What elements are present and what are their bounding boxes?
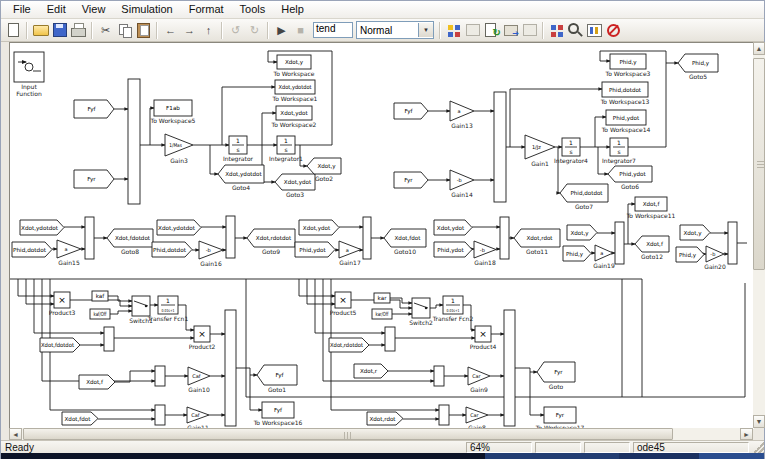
block-goto11[interactable]: Xdot,rdotGoto11 (514, 229, 560, 255)
block-input-function[interactable]: InputFunction (14, 52, 44, 97)
block-gain15[interactable]: aGain15 (57, 240, 81, 266)
block-gain11[interactable]: CafGain11 (187, 407, 209, 429)
block-mux-g2[interactable] (226, 216, 235, 258)
block-tf2[interactable]: 10.01s+1Transfer Fcn2 (432, 296, 474, 322)
block-ws-xdot-f[interactable]: Xdot,fTo Workspace11 (626, 197, 676, 220)
block-integrator7[interactable]: 1sIntegrator7 (602, 138, 636, 165)
block-gain13[interactable]: aGain13 (450, 101, 474, 129)
simulink-debugger-icon[interactable] (547, 21, 566, 39)
block-mux-l4[interactable] (225, 310, 236, 426)
block-from-xfd[interactable]: Xdot,fdot (62, 412, 98, 425)
block-gain9[interactable]: CarGain9 (468, 367, 490, 393)
block-gain3[interactable]: 1/MasGain3 (165, 134, 193, 164)
navigate-forward-icon[interactable]: → (180, 21, 199, 39)
signal-wire[interactable] (236, 368, 257, 375)
signal-wire[interactable] (390, 298, 412, 303)
block-mux-r4[interactable] (504, 310, 515, 426)
vertical-scrollbar[interactable]: ▲ ▼ (753, 42, 765, 428)
scroll-down-button[interactable]: ▼ (753, 415, 765, 428)
signal-wire[interactable] (210, 145, 218, 174)
block-goto3[interactable]: Xdot,ydotGoto3 (275, 174, 315, 198)
block-goto5[interactable]: Phid,yGoto5 (678, 54, 718, 80)
paste-icon[interactable] (134, 21, 153, 39)
signal-wire[interactable] (115, 371, 155, 382)
block-from-fyr2[interactable]: Fyr (394, 172, 428, 188)
start-simulation-icon[interactable]: ▶ (272, 21, 291, 39)
menu-simulation[interactable]: Simulation (113, 2, 180, 17)
block-mux-l2[interactable] (155, 366, 165, 386)
block-integrator[interactable]: 1sIntegrator (223, 136, 254, 163)
vertical-scroll-thumb[interactable] (753, 58, 765, 270)
block-goto1[interactable]: FyfGoto1 (257, 365, 297, 393)
signal-wire[interactable] (246, 279, 745, 397)
block-mux-a[interactable] (128, 79, 140, 204)
block-gain1[interactable]: 1/JzGain1 (525, 135, 555, 167)
block-ws-xdot-yd[interactable]: Xdot,ydotTo Workspace2 (271, 106, 317, 129)
block-from-pd-1[interactable]: Phid,ydot (295, 242, 335, 257)
block-ws-phid-dd[interactable]: Phid,dotdotTo Workspace13 (600, 82, 650, 106)
block-mux-r3[interactable] (439, 405, 449, 425)
signal-wire[interactable] (430, 305, 443, 308)
menu-file[interactable]: File (5, 2, 39, 17)
scroll-up-button[interactable]: ▲ (753, 42, 765, 55)
menu-help[interactable]: Help (273, 2, 312, 17)
block-tf1[interactable]: 10.01s+1Transfer Fcn1 (147, 296, 189, 322)
signal-wire[interactable] (515, 368, 537, 372)
chevron-down-icon[interactable]: ▼ (418, 23, 433, 37)
block-mux-g5[interactable] (615, 222, 624, 264)
block-gain19[interactable]: aGain19 (593, 245, 615, 269)
block-mux-g3[interactable] (363, 217, 371, 259)
signal-wire[interactable] (262, 113, 276, 145)
find-icon[interactable] (566, 21, 585, 39)
signal-wire[interactable] (299, 279, 335, 296)
build-all-icon[interactable] (501, 21, 520, 39)
block-from-xfdd[interactable]: Xdot,fdotdot (40, 338, 80, 352)
block-ws-xdot-y[interactable]: Xdot,yTo Workspace (272, 55, 314, 78)
block-ws-phid-yd[interactable]: Phid,ydotTo Workspace14 (601, 110, 651, 134)
block-ws-fyr[interactable]: FyrTo Workspace17 (535, 407, 585, 429)
block-const-kar-off[interactable]: kar/Off (372, 309, 392, 319)
block-const-kar[interactable]: kar (374, 293, 390, 303)
update-diagram-icon[interactable] (482, 21, 501, 39)
block-const-kaf[interactable]: kaf (92, 291, 108, 301)
window-resize-grip[interactable] (752, 442, 764, 454)
block-ws-fyf[interactable]: FyfTo Workspace16 (253, 402, 303, 427)
block-const-kaf-off[interactable]: kaf/Off (90, 309, 110, 319)
block-ws-xdot-ydd[interactable]: Xdot,ydotdotTo Workspace1 (272, 80, 318, 103)
menu-tools[interactable]: Tools (232, 2, 274, 17)
block-mux-g1[interactable] (85, 217, 94, 259)
block-from-py-2[interactable]: Phid,y (676, 247, 704, 262)
model-canvas[interactable]: InputFunctionFyfFyrF1abTo Workspace51/Ma… (9, 42, 754, 429)
block-mux-b[interactable] (494, 92, 506, 202)
go-to-parent-icon[interactable]: ↑ (199, 21, 218, 39)
block-goto12[interactable]: Xdot,fGoto12 (635, 236, 669, 260)
block-from-xy-1[interactable]: Xdot,y (567, 225, 597, 240)
block-goto6[interactable]: Phid,ydotGoto6 (608, 166, 652, 190)
scroll-right-button[interactable]: ► (740, 428, 753, 440)
block-from-xd-1[interactable]: Xdot,ydot (299, 220, 339, 235)
block-from-xdotf[interactable]: Xdot,f (79, 375, 115, 389)
block-mux-g6[interactable] (728, 222, 737, 264)
block-gain18[interactable]: -bGain18 (474, 241, 496, 266)
horizontal-scroll-thumb[interactable] (23, 428, 673, 440)
block-from-pdd-2[interactable]: Phid,dotdot (152, 242, 192, 257)
menu-view[interactable]: View (74, 2, 114, 17)
block-from-fyf[interactable]: Fyf (74, 100, 114, 118)
scroll-left-button[interactable]: ◄ (9, 428, 22, 440)
block-mux-g4[interactable] (500, 217, 509, 259)
block-from-fyf2[interactable]: Fyf (394, 103, 428, 119)
cut-icon[interactable]: ✂ (96, 21, 115, 39)
block-from-xd-2[interactable]: Xdot,ydot (434, 220, 472, 235)
block-sum-r1[interactable] (385, 327, 395, 351)
save-model-icon[interactable] (50, 21, 69, 39)
menu-edit[interactable]: Edit (39, 2, 74, 17)
block-gain8[interactable]: CarGain8 (466, 407, 488, 429)
navigate-back-icon[interactable]: ← (161, 21, 180, 39)
block-goto7[interactable]: Phid,dotdotGoto7 (560, 184, 608, 210)
menu-format[interactable]: Format (181, 2, 232, 17)
block-ws-phid-y[interactable]: Phid,yTo Workspace3 (605, 54, 651, 78)
block-from-xrd[interactable]: Xdot,rdot (367, 412, 403, 425)
signal-wire[interactable] (628, 204, 635, 244)
remove-highlighting-icon[interactable] (604, 21, 623, 39)
signal-wire[interactable] (510, 89, 602, 147)
